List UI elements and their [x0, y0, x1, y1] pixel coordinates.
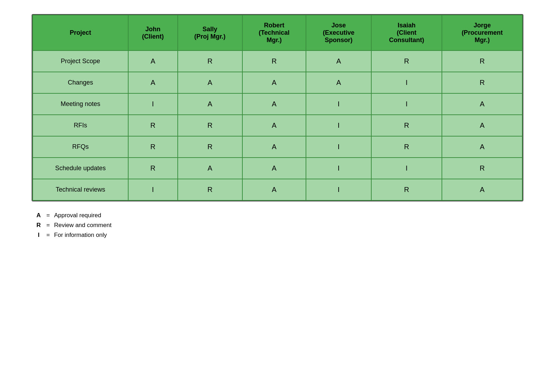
- legend-equals-i: =: [46, 232, 50, 239]
- cell-isaiah-0: R: [371, 51, 442, 72]
- cell-john-0: A: [128, 51, 178, 72]
- cell-sally-6: R: [178, 179, 242, 200]
- cell-project-5: Schedule updates: [33, 158, 128, 179]
- cell-jorge-6: A: [442, 179, 522, 200]
- cell-sally-4: R: [178, 136, 242, 158]
- cell-robert-5: A: [242, 158, 306, 179]
- cell-sally-1: A: [178, 72, 242, 93]
- table-row: RFIsRRAIRA: [33, 115, 522, 136]
- cell-john-6: I: [128, 179, 178, 200]
- cell-isaiah-2: I: [371, 93, 442, 115]
- table-row: ChangesAAAAIR: [33, 72, 522, 93]
- cell-jose-6: I: [306, 179, 371, 200]
- cell-isaiah-5: I: [371, 158, 442, 179]
- cell-john-2: I: [128, 93, 178, 115]
- cell-robert-0: R: [242, 51, 306, 72]
- cell-sally-0: R: [178, 51, 242, 72]
- legend-equals-a: =: [46, 212, 50, 219]
- cell-project-6: Technical reviews: [33, 179, 128, 200]
- legend-key-a: A: [35, 212, 42, 219]
- cell-jose-4: I: [306, 136, 371, 158]
- cell-isaiah-6: R: [371, 179, 442, 200]
- raci-table-wrapper: Project John(Client) Sally(Proj Mgr.) Ro…: [32, 14, 523, 201]
- header-row: Project John(Client) Sally(Proj Mgr.) Ro…: [33, 15, 522, 51]
- legend-key-i: I: [35, 232, 42, 239]
- cell-jose-3: I: [306, 115, 371, 136]
- cell-isaiah-3: R: [371, 115, 442, 136]
- cell-jose-0: A: [306, 51, 371, 72]
- cell-jorge-2: A: [442, 93, 522, 115]
- legend-desc-r: Review and comment: [54, 222, 111, 229]
- table-row: Project ScopeARRARR: [33, 51, 522, 72]
- cell-sally-3: R: [178, 115, 242, 136]
- legend-item-i: I = For information only: [35, 232, 520, 239]
- cell-project-4: RFQs: [33, 136, 128, 158]
- cell-john-3: R: [128, 115, 178, 136]
- cell-robert-1: A: [242, 72, 306, 93]
- cell-sally-5: A: [178, 158, 242, 179]
- col-header-john: John(Client): [128, 15, 178, 51]
- cell-jorge-3: A: [442, 115, 522, 136]
- legend-key-r: R: [35, 222, 42, 229]
- cell-robert-3: A: [242, 115, 306, 136]
- cell-robert-2: A: [242, 93, 306, 115]
- legend-desc-a: Approval required: [54, 212, 101, 219]
- legend-desc-i: For information only: [54, 232, 107, 239]
- cell-john-5: R: [128, 158, 178, 179]
- col-header-project: Project: [33, 15, 128, 51]
- cell-jorge-4: A: [442, 136, 522, 158]
- cell-robert-4: A: [242, 136, 306, 158]
- legend-section: A = Approval required R = Review and com…: [32, 212, 523, 239]
- cell-john-4: R: [128, 136, 178, 158]
- main-container: Project John(Client) Sally(Proj Mgr.) Ro…: [32, 14, 523, 241]
- cell-jose-1: A: [306, 72, 371, 93]
- table-row: Meeting notesIAAIIA: [33, 93, 522, 115]
- legend-item-a: A = Approval required: [35, 212, 520, 219]
- cell-john-1: A: [128, 72, 178, 93]
- cell-jose-5: I: [306, 158, 371, 179]
- cell-robert-6: A: [242, 179, 306, 200]
- col-header-jorge: Jorge(ProcurementMgr.): [442, 15, 522, 51]
- table-row: RFQsRRAIRA: [33, 136, 522, 158]
- cell-project-3: RFIs: [33, 115, 128, 136]
- cell-project-1: Changes: [33, 72, 128, 93]
- table-row: Schedule updatesRAAIIR: [33, 158, 522, 179]
- col-header-isaiah: Isaiah(ClientConsultant): [371, 15, 442, 51]
- cell-project-0: Project Scope: [33, 51, 128, 72]
- cell-jose-2: I: [306, 93, 371, 115]
- cell-jorge-5: R: [442, 158, 522, 179]
- cell-jorge-0: R: [442, 51, 522, 72]
- raci-table: Project John(Client) Sally(Proj Mgr.) Ro…: [32, 15, 523, 201]
- col-header-robert: Robert(TechnicalMgr.): [242, 15, 306, 51]
- cell-jorge-1: R: [442, 72, 522, 93]
- col-header-sally: Sally(Proj Mgr.): [178, 15, 242, 51]
- col-header-jose: Jose(ExecutiveSponsor): [306, 15, 371, 51]
- cell-isaiah-4: R: [371, 136, 442, 158]
- legend-equals-r: =: [46, 222, 50, 229]
- cell-isaiah-1: I: [371, 72, 442, 93]
- cell-sally-2: A: [178, 93, 242, 115]
- legend-item-r: R = Review and comment: [35, 222, 520, 229]
- table-row: Technical reviewsIRAIRA: [33, 179, 522, 200]
- cell-project-2: Meeting notes: [33, 93, 128, 115]
